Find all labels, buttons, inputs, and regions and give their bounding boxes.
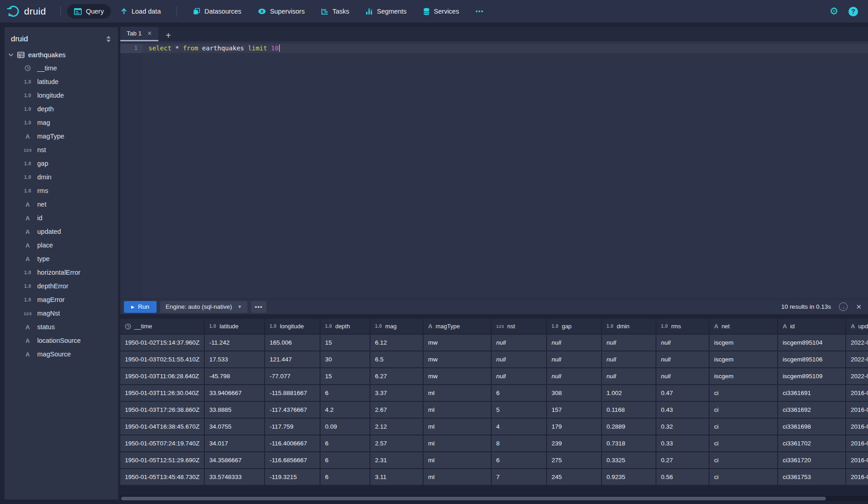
- column-header-dmin[interactable]: 1.0dmin: [602, 319, 656, 335]
- table-cell[interactable]: 4.2: [321, 402, 370, 419]
- table-cell[interactable]: 0.27: [656, 452, 710, 469]
- sidebar-column-magSource[interactable]: AmagSource: [5, 347, 118, 361]
- sidebar-column-id[interactable]: Aid: [5, 211, 118, 225]
- table-cell[interactable]: 1950-01-03T11:06:28.640Z: [120, 368, 205, 385]
- table-cell[interactable]: 121.447: [265, 351, 321, 368]
- table-cell[interactable]: 0.09: [321, 419, 370, 435]
- sidebar-column-__time[interactable]: __time: [5, 61, 118, 75]
- column-header-depth[interactable]: 1.0depth: [321, 319, 370, 335]
- column-header-gap[interactable]: 1.0gap: [547, 319, 602, 335]
- sidebar-column-rms[interactable]: 1.0rms: [5, 184, 118, 198]
- table-cell[interactable]: 34.0755: [205, 419, 265, 435]
- table-cell[interactable]: 275: [547, 452, 602, 469]
- table-cell[interactable]: iscgem895104: [778, 335, 846, 351]
- table-cell[interactable]: ci: [710, 402, 778, 419]
- nav-item-segments[interactable]: Segments: [359, 4, 413, 19]
- table-cell[interactable]: ci3361720: [778, 452, 846, 469]
- table-cell[interactable]: 0.1168: [602, 402, 656, 419]
- table-cell[interactable]: 15: [321, 368, 370, 385]
- table-cell[interactable]: ci3361753: [778, 469, 846, 486]
- table-cell[interactable]: 1950-01-03T11:26:30.040Z: [120, 385, 205, 402]
- table-cell[interactable]: 2016-0: [846, 385, 868, 402]
- table-cell[interactable]: 3.37: [370, 385, 424, 402]
- sidebar-column-horizontalError[interactable]: 1.0horizontalError: [5, 266, 118, 279]
- table-cell[interactable]: ml: [424, 385, 492, 402]
- table-cell[interactable]: 6: [492, 452, 547, 469]
- table-cell[interactable]: 2016-0: [846, 402, 868, 419]
- settings-gear-icon[interactable]: ⚙: [829, 6, 838, 16]
- table-cell[interactable]: ci3361702: [778, 435, 846, 452]
- table-cell[interactable]: -117.4376667: [265, 402, 321, 419]
- table-cell[interactable]: 245: [547, 469, 602, 486]
- download-results-icon[interactable]: ↓: [839, 302, 848, 311]
- run-button[interactable]: ▶ Run: [124, 301, 157, 313]
- sidebar-column-gap[interactable]: 1.0gap: [5, 157, 118, 170]
- horizontal-scrollbar-thumb[interactable]: [121, 497, 826, 500]
- table-cell[interactable]: null: [656, 335, 710, 351]
- nav-item-datasources[interactable]: Datasources: [186, 4, 248, 19]
- sidebar-column-depth[interactable]: 1.0depth: [5, 102, 118, 116]
- sidebar-table-earthquakes[interactable]: earthquakes: [5, 48, 118, 61]
- table-cell[interactable]: 0.3325: [602, 452, 656, 469]
- table-cell[interactable]: 6: [321, 469, 370, 486]
- column-header-__time[interactable]: __time: [120, 319, 205, 335]
- table-cell[interactable]: 34.3586667: [205, 452, 265, 469]
- table-cell[interactable]: ci: [710, 385, 778, 402]
- table-cell[interactable]: 1950-01-03T02:51:55.410Z: [120, 351, 205, 368]
- table-cell[interactable]: ci: [710, 469, 778, 486]
- table-cell[interactable]: 2.31: [370, 452, 424, 469]
- druid-logo[interactable]: druid: [0, 5, 54, 18]
- table-cell[interactable]: 8: [492, 435, 547, 452]
- table-cell[interactable]: 6: [492, 385, 547, 402]
- table-cell[interactable]: 6.27: [370, 368, 424, 385]
- sidebar-column-updated[interactable]: Aupdated: [5, 225, 118, 238]
- table-cell[interactable]: 1950-01-04T16:38:45.670Z: [120, 419, 205, 435]
- table-cell[interactable]: 34.017: [205, 435, 265, 452]
- table-cell[interactable]: null: [547, 368, 602, 385]
- table-cell[interactable]: 1950-01-05T12:51:29.690Z: [120, 452, 205, 469]
- table-cell[interactable]: 33.5748333: [205, 469, 265, 486]
- table-cell[interactable]: 1.002: [602, 385, 656, 402]
- table-cell[interactable]: ci: [710, 435, 778, 452]
- sidebar-column-place[interactable]: Aplace: [5, 238, 118, 252]
- help-icon[interactable]: ?: [848, 7, 858, 16]
- table-cell[interactable]: 15: [321, 335, 370, 351]
- column-header-rms[interactable]: 1.0rms: [656, 319, 710, 335]
- sidebar-column-type[interactable]: Atype: [5, 252, 118, 266]
- table-cell[interactable]: mw: [424, 368, 492, 385]
- table-cell[interactable]: 0.56: [656, 469, 710, 486]
- table-cell[interactable]: ci3361692: [778, 402, 846, 419]
- table-cell[interactable]: 165.006: [265, 335, 321, 351]
- sidebar-column-nst[interactable]: 123nst: [5, 143, 118, 157]
- sidebar-column-locationSource[interactable]: AlocationSource: [5, 334, 118, 347]
- sidebar-column-depthError[interactable]: 1.0depthError: [5, 279, 118, 293]
- column-header-nst[interactable]: 123nst: [492, 319, 547, 335]
- table-cell[interactable]: 2.12: [370, 419, 424, 435]
- table-cell[interactable]: 30: [321, 351, 370, 368]
- table-cell[interactable]: 33.9406667: [205, 385, 265, 402]
- query-more-button[interactable]: •••: [251, 301, 266, 313]
- table-cell[interactable]: ml: [424, 402, 492, 419]
- table-cell[interactable]: 0.32: [656, 419, 710, 435]
- table-cell[interactable]: 2016-0: [846, 419, 868, 435]
- table-cell[interactable]: 0.7318: [602, 435, 656, 452]
- table-cell[interactable]: 17.533: [205, 351, 265, 368]
- table-cell[interactable]: mw: [424, 335, 492, 351]
- table-cell[interactable]: 2.67: [370, 402, 424, 419]
- table-cell[interactable]: 6: [321, 452, 370, 469]
- table-cell[interactable]: 2022-0: [846, 368, 868, 385]
- sidebar-column-status[interactable]: Astatus: [5, 320, 118, 334]
- table-cell[interactable]: null: [547, 351, 602, 368]
- nav-item-services[interactable]: Services: [416, 4, 466, 19]
- table-cell[interactable]: ml: [424, 419, 492, 435]
- table-cell[interactable]: 4: [492, 419, 547, 435]
- column-header-net[interactable]: Anet: [710, 319, 778, 335]
- table-cell[interactable]: 7: [492, 469, 547, 486]
- sidebar-column-dmin[interactable]: 1.0dmin: [5, 170, 118, 184]
- table-cell[interactable]: ci3361698: [778, 419, 846, 435]
- table-cell[interactable]: null: [547, 335, 602, 351]
- table-cell[interactable]: 33.8885: [205, 402, 265, 419]
- table-cell[interactable]: 1950-01-03T17:26:38.860Z: [120, 402, 205, 419]
- table-cell[interactable]: -115.8881667: [265, 385, 321, 402]
- column-header-latitude[interactable]: 1.0latitude: [205, 319, 265, 335]
